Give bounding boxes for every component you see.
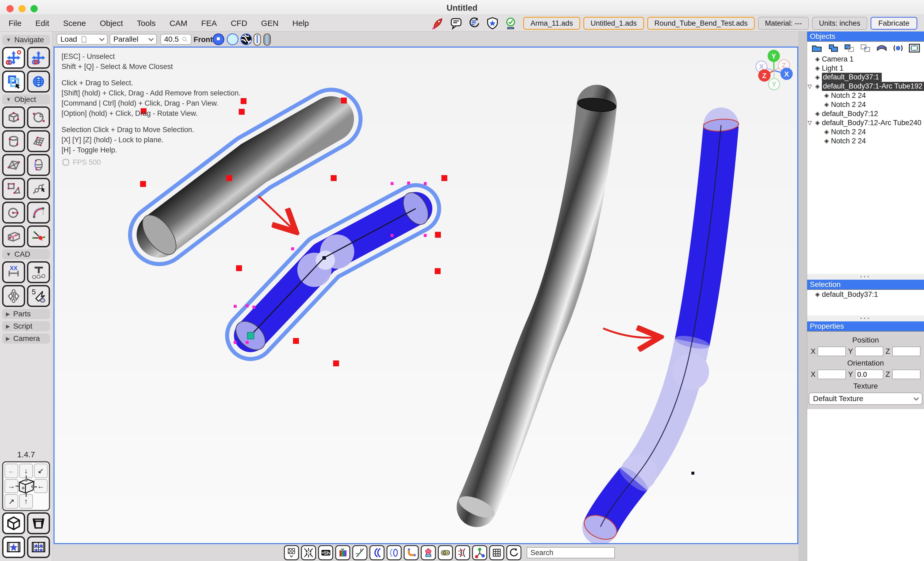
menu-tools[interactable]: Tools xyxy=(137,19,156,28)
tool-point-edit-button[interactable] xyxy=(27,178,50,200)
tool-marquee-select-button[interactable] xyxy=(2,70,25,93)
comment-icon[interactable] xyxy=(450,17,462,29)
section-navigate[interactable]: ▼Navigate xyxy=(2,35,50,45)
tool-mirror-button[interactable] xyxy=(2,285,25,307)
tube-outline-button[interactable] xyxy=(254,33,261,46)
collapse-arrow-icon[interactable]: ▽ xyxy=(808,120,812,126)
tool-light-button[interactable] xyxy=(27,225,50,248)
load-dropdown[interactable]: Load xyxy=(57,34,108,45)
menu-help[interactable]: Help xyxy=(292,19,309,28)
tree-item-body7-arc-tube[interactable]: ▽◈default_Body7:12-Arc Tube240 xyxy=(807,118,924,127)
tree-item-body37-arc-tube[interactable]: ▽◈default_Body37:1-Arc Tube192 xyxy=(807,82,924,91)
file-tab-untitled1[interactable]: Untitled_1.ads xyxy=(584,17,644,30)
menu-edit[interactable]: Edit xyxy=(35,19,49,28)
tool-orbit-globe-button[interactable] xyxy=(27,70,50,93)
iso-view-button[interactable] xyxy=(2,512,25,534)
shaded-view-button[interactable] xyxy=(213,33,224,45)
tree-item-notch[interactable]: ◈Notch 2 24 xyxy=(807,91,924,100)
material-button[interactable]: Material: --- xyxy=(758,17,809,30)
shader-button[interactable]: Sh xyxy=(318,545,333,560)
tool-bezier-button[interactable] xyxy=(27,202,50,224)
section-object[interactable]: ▼Object xyxy=(2,94,50,105)
perspective-view-button[interactable] xyxy=(27,512,50,534)
tree-item-body37[interactable]: ◈default_Body37:1 xyxy=(807,73,924,82)
bounding-box-icon[interactable] xyxy=(908,44,921,52)
file-tab-round-tube-bend-test[interactable]: Round_Tube_Bend_Test.ads xyxy=(647,17,755,30)
units-button[interactable]: Units: inches xyxy=(812,17,867,30)
blue-tube-selected[interactable] xyxy=(231,189,434,356)
axis-triad-button[interactable] xyxy=(472,545,487,560)
tree-item-light[interactable]: ◈Light 1 xyxy=(807,64,924,73)
section-camera[interactable]: ▶Camera xyxy=(2,333,50,344)
section-script[interactable]: ▶Script xyxy=(2,321,50,331)
pivot-handle[interactable] xyxy=(247,332,254,339)
tube-solid-button[interactable] xyxy=(263,33,271,46)
gcode-tag-button[interactable]: G xyxy=(438,545,453,560)
tool-tri-plane-button[interactable] xyxy=(2,154,25,176)
tool-pan-button[interactable] xyxy=(27,47,50,69)
section-parts[interactable]: ▶Parts xyxy=(2,309,50,319)
axis-gizmo[interactable]: Y X Z Z X Y xyxy=(756,50,793,90)
viewport-3d[interactable]: Y X Z Z X Y [ESC] - Unselect Shift + [Q]… xyxy=(54,46,798,544)
menu-gen[interactable]: GEN xyxy=(261,19,279,28)
tree-item-notch[interactable]: ◈Notch 2 24 xyxy=(807,136,924,146)
double-arc-button[interactable] xyxy=(369,545,384,560)
position-x-field[interactable] xyxy=(818,346,846,356)
tool-dimension-button[interactable]: XX xyxy=(2,261,25,283)
tool-notch-button[interactable]: 5 xyxy=(27,285,50,307)
gray-tube-tall[interactable] xyxy=(456,96,616,522)
menu-fea[interactable]: FEA xyxy=(201,19,217,28)
union-icon[interactable] xyxy=(827,44,839,52)
snap-axis-button[interactable] xyxy=(352,545,368,560)
curve-trim-button[interactable] xyxy=(455,545,470,560)
tool-grid-plane-button[interactable] xyxy=(27,130,50,152)
search-input[interactable] xyxy=(527,547,615,558)
projection-dropdown[interactable]: Parallel xyxy=(110,34,157,45)
rotate-icon[interactable] xyxy=(892,44,904,52)
section-cad[interactable]: ▼CAD xyxy=(2,249,50,260)
color-bars-button[interactable] xyxy=(335,545,350,560)
nav-cube-icon[interactable] xyxy=(15,475,38,498)
tree-item-notch[interactable]: ◈Notch 2 24 xyxy=(807,127,924,136)
panel-resize-handle[interactable]: ••• xyxy=(807,315,924,321)
tool-tee-pipe-button[interactable] xyxy=(27,261,50,283)
tool-cube-button[interactable] xyxy=(2,106,25,128)
export-marker-button[interactable] xyxy=(421,545,436,560)
group-folder-icon[interactable] xyxy=(811,44,823,52)
shield-star-icon[interactable] xyxy=(486,17,499,29)
dither-grid-button[interactable] xyxy=(284,545,299,560)
tool-sphere-button[interactable] xyxy=(27,106,50,128)
menu-cam[interactable]: CAM xyxy=(170,19,188,28)
selection-item-body37[interactable]: ◈default_Body37:1 xyxy=(807,290,924,299)
refresh-button[interactable] xyxy=(506,545,521,560)
tool-pan-select-button[interactable] xyxy=(2,47,25,69)
tool-circle-button[interactable] xyxy=(2,202,25,224)
flat-view-button[interactable] xyxy=(227,33,238,45)
check-icon[interactable] xyxy=(504,17,517,29)
zoom-field[interactable]: 40.5 xyxy=(160,34,191,45)
pipe-bend-button[interactable] xyxy=(404,545,418,560)
collapse-arrow-icon[interactable]: ▽ xyxy=(808,83,812,90)
tree-item-body7[interactable]: ◈default_Body7:12 xyxy=(807,109,924,118)
intersect-icon[interactable] xyxy=(859,44,872,52)
menu-object[interactable]: Object xyxy=(100,19,123,28)
grid-window-button[interactable] xyxy=(489,545,504,560)
panel-resize-handle[interactable]: ••• xyxy=(807,274,924,280)
orientation-y-field[interactable] xyxy=(855,369,884,379)
fabricate-button[interactable]: Fabricate xyxy=(870,17,917,30)
environment-view-button[interactable] xyxy=(240,33,252,45)
file-tab-arma11[interactable]: Arma_11.ads xyxy=(523,17,580,30)
texture-dropdown[interactable]: Default Texture xyxy=(809,393,922,405)
snap-center-button[interactable] xyxy=(301,545,316,560)
bend-icon[interactable] xyxy=(876,44,888,52)
arc-cap-button[interactable] xyxy=(387,545,402,560)
position-z-field[interactable] xyxy=(892,346,921,356)
menu-scene[interactable]: Scene xyxy=(63,19,86,28)
position-y-field[interactable] xyxy=(855,346,884,356)
tool-cylinder-button[interactable] xyxy=(2,130,25,152)
tree-item-camera[interactable]: ◈Camera 1 xyxy=(807,54,924,64)
rocket-icon[interactable] xyxy=(432,17,444,29)
menu-file[interactable]: File xyxy=(9,19,21,28)
orientation-z-field[interactable] xyxy=(892,369,921,379)
single-view-button[interactable] xyxy=(2,536,25,558)
